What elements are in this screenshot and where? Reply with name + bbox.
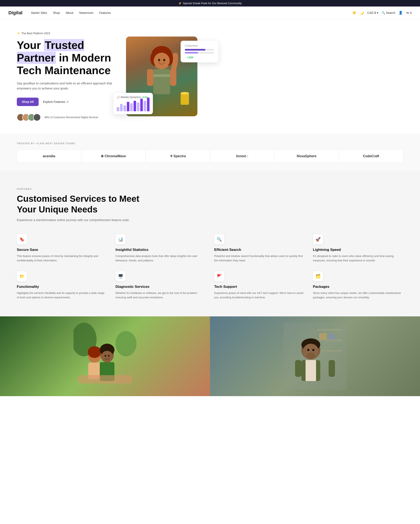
customers-float-card: Customers ↑ +200 bbox=[181, 41, 219, 62]
feature-packages: 🗂️ Packages Since every client has uniqu… bbox=[313, 271, 403, 300]
trusted-section: TRUSTED BY +3,000 BEST DESIGN TEAMS acen… bbox=[0, 134, 420, 171]
svg-point-22 bbox=[105, 355, 106, 357]
customer-avatars bbox=[17, 114, 39, 121]
feature-tech-support: 🚩 Tech Support Experience peace of mind … bbox=[214, 271, 305, 300]
nav-features[interactable]: Features bbox=[99, 11, 111, 15]
hero-subtitle: Say goodbye to complications and hello t… bbox=[17, 81, 118, 91]
bar-7 bbox=[137, 103, 140, 111]
features-subtitle: Experience a transformative online journ… bbox=[17, 218, 403, 222]
tech-support-name: Tech Support bbox=[214, 285, 305, 289]
chart-title-text: Weekly Dynamics bbox=[121, 96, 140, 99]
tech-support-desc: Experience peace of mind with our 24/7 t… bbox=[214, 291, 305, 300]
bar-4 bbox=[127, 102, 129, 111]
logo-acendia: acendia bbox=[17, 150, 81, 163]
hero-title: Your Trusted Partner in Modern Tech Main… bbox=[17, 39, 118, 77]
svg-point-23 bbox=[108, 355, 110, 357]
feature-insightful-stats: 📊 Insightful Statistics Comprehensive da… bbox=[115, 234, 206, 263]
svg-rect-8 bbox=[153, 74, 170, 77]
svg-point-6 bbox=[163, 59, 165, 61]
svg-rect-28 bbox=[317, 350, 342, 352]
hero-section: ⚡ The Best Platform 2023 Your Trusted Pa… bbox=[0, 19, 420, 134]
customers-bar-fill bbox=[185, 49, 205, 51]
hero-badge-text: The Best Platform 2023 bbox=[21, 32, 50, 35]
search-icon: 🔍 bbox=[382, 11, 385, 15]
efficient-search-desc: Powerful and intuitive search functional… bbox=[214, 254, 305, 263]
svg-rect-29 bbox=[319, 333, 327, 340]
bar-6 bbox=[134, 101, 136, 111]
secure-save-name: Secure Save bbox=[17, 248, 107, 252]
bar-2 bbox=[120, 104, 123, 111]
nav-starter-sites[interactable]: Starter Sites bbox=[31, 11, 47, 15]
hero-content: ⚡ The Best Platform 2023 Your Trusted Pa… bbox=[17, 32, 118, 121]
explore-features-button[interactable]: Explore Features ↗ bbox=[43, 100, 69, 104]
feature-diagnostic: 🖥️ Diagnostic Services Whether it's hard… bbox=[115, 271, 206, 300]
bar-3 bbox=[123, 105, 126, 111]
mini-bar-chart bbox=[117, 101, 149, 111]
feature-functionality: 📁 Functionality Highlights the service's… bbox=[17, 271, 107, 300]
search-button[interactable]: 🔍 Search bbox=[382, 11, 395, 15]
logo[interactable]: Digital bbox=[9, 10, 22, 16]
man-illustration bbox=[283, 323, 347, 390]
svg-rect-24 bbox=[78, 375, 132, 384]
bottom-image-right bbox=[210, 316, 420, 396]
cart-button[interactable]: 🛍 0 bbox=[406, 11, 411, 15]
logo-codecraft: CodeCraft bbox=[339, 150, 403, 163]
light-mode-button[interactable]: ☀️ bbox=[352, 11, 356, 15]
functionality-name: Functionality bbox=[17, 285, 107, 289]
announcement-bolt-icon: ⚡ bbox=[178, 2, 182, 5]
svg-point-5 bbox=[158, 59, 160, 61]
currency-selector[interactable]: CAD $ ▾ bbox=[367, 11, 378, 15]
svg-point-12 bbox=[181, 92, 189, 95]
drink-glass bbox=[178, 91, 191, 108]
functionality-desc: Highlights the service's flexibility and… bbox=[17, 291, 107, 300]
main-nav: Starter Sites Shop About Newsroom Featur… bbox=[31, 11, 352, 15]
svg-rect-40 bbox=[329, 360, 335, 377]
social-proof-text: 89% of Customers Recommend Digital Servi… bbox=[44, 116, 98, 119]
features-grid: 🔖 Secure Save This feature ensures peace… bbox=[17, 234, 403, 300]
group-illustration bbox=[73, 323, 137, 390]
feature-efficient-search: 🔍 Efficient Search Powerful and intuitiv… bbox=[214, 234, 305, 263]
svg-rect-9 bbox=[147, 69, 153, 86]
shop-all-button[interactable]: Shop All bbox=[17, 98, 39, 106]
svg-rect-39 bbox=[295, 360, 301, 377]
cart-count: 0 bbox=[410, 11, 411, 15]
logo-chromawave: ⊕ ChromaWave bbox=[81, 150, 146, 163]
svg-rect-27 bbox=[317, 340, 342, 341]
dark-mode-button[interactable]: 🌙 bbox=[360, 11, 364, 15]
bar-5 bbox=[130, 103, 133, 111]
account-button[interactable]: 👤 bbox=[399, 11, 403, 15]
customers-card-title: Customers bbox=[185, 44, 214, 47]
header-actions: ☀️ 🌙 CAD $ ▾ 🔍 Search 👤 🛍 0 bbox=[352, 11, 411, 15]
lightning-speed-desc: It's designed to cater to users who valu… bbox=[313, 254, 403, 263]
hero-social-proof: 89% of Customers Recommend Digital Servi… bbox=[17, 114, 118, 121]
efficient-search-name: Efficient Search bbox=[214, 248, 305, 252]
lightning-speed-name: Lightning Speed bbox=[313, 248, 403, 252]
svg-rect-26 bbox=[317, 329, 342, 331]
logo-novasphere: NovaSphere bbox=[274, 150, 339, 163]
diagnostic-icon: 🖥️ bbox=[115, 271, 126, 281]
hero-badge-bolt-icon: ⚡ bbox=[17, 32, 20, 35]
svg-rect-38 bbox=[306, 360, 316, 381]
announcement-text: Special Sneak Peek for Our Beloved Commu… bbox=[183, 2, 242, 5]
logos-row: acendia ⊕ ChromaWave ✛ Spectra Innovi : … bbox=[17, 150, 403, 163]
hero-badge: ⚡ The Best Platform 2023 bbox=[17, 32, 118, 35]
header: Digital Starter Sites Shop About Newsroo… bbox=[0, 7, 420, 19]
svg-point-36 bbox=[312, 349, 314, 351]
logo-spectra: ✛ Spectra bbox=[146, 150, 210, 163]
customers-bar-fill-2 bbox=[185, 52, 198, 53]
nav-newsroom[interactable]: Newsroom bbox=[79, 11, 93, 15]
tech-support-icon: 🚩 bbox=[214, 271, 224, 281]
diagnostic-desc: Whether it's hardware or software, we ge… bbox=[115, 291, 206, 300]
customers-count: +200 bbox=[187, 56, 193, 59]
secure-save-icon: 🔖 bbox=[17, 234, 27, 244]
currency-label: CAD $ bbox=[367, 11, 376, 15]
svg-point-21 bbox=[101, 351, 113, 363]
customers-bar-bg bbox=[185, 49, 214, 51]
nav-about[interactable]: About bbox=[66, 11, 73, 15]
feature-secure-save: 🔖 Secure Save This feature ensures peace… bbox=[17, 234, 107, 263]
bottom-image-left bbox=[0, 316, 210, 396]
insightful-stats-icon: 📊 bbox=[115, 234, 126, 244]
svg-point-35 bbox=[307, 349, 309, 351]
nav-shop[interactable]: Shop bbox=[53, 11, 60, 15]
lightning-speed-icon: 🚀 bbox=[313, 234, 323, 244]
